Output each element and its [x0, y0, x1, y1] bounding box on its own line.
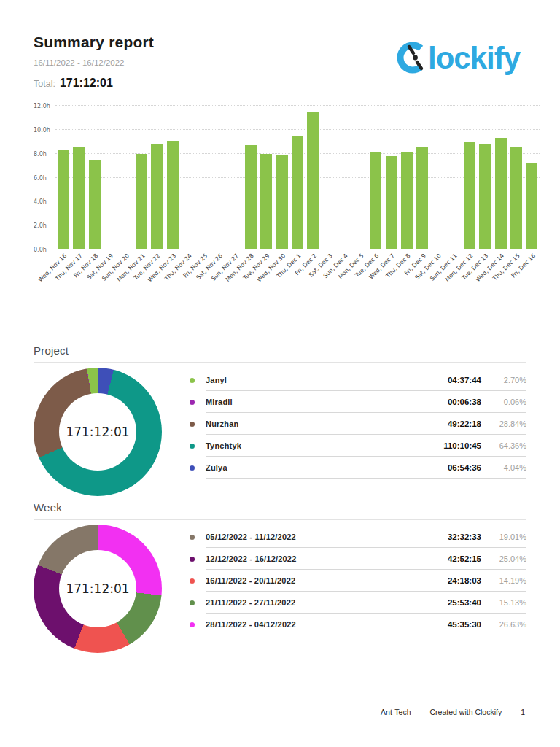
- legend-row: Miradil00:06:380.06%: [190, 391, 526, 413]
- summary-report-page: Summary report 16/11/2022 - 16/12/2022 T…: [0, 0, 560, 747]
- bar-column: [71, 106, 86, 249]
- project-section-body: 171:12:01 Janyl04:37:442.70%Miradil00:06…: [34, 368, 526, 500]
- bar: [526, 163, 537, 249]
- week-donut-chart: 171:12:01: [34, 525, 162, 653]
- legend-label: 12/12/2022 - 16/12/2022: [206, 554, 424, 563]
- bar-column: [180, 106, 195, 249]
- bar: [386, 156, 397, 249]
- week-donut-hole: 171:12:01: [59, 550, 136, 627]
- legend-percent-value: 28.84%: [481, 419, 526, 428]
- bar-column: [462, 106, 477, 249]
- week-section-body: 171:12:01 05/12/2022 - 11/12/202232:32:3…: [34, 525, 526, 657]
- bar: [479, 144, 491, 249]
- legend-color-dot-icon: [190, 465, 195, 471]
- bar-column: [274, 106, 289, 249]
- legend-time-value: 49:22:18: [424, 419, 481, 428]
- legend-label: 21/11/2022 - 27/11/2022: [206, 598, 424, 607]
- legend-percent-value: 26.63%: [481, 620, 526, 629]
- bar-column: [87, 106, 102, 249]
- bar-column: [399, 106, 414, 249]
- footer-workspace-name: Ant-Tech: [381, 708, 411, 716]
- project-heading: Project: [34, 344, 526, 363]
- week-legend: 05/12/2022 - 11/12/202232:32:3319.01%12/…: [190, 525, 526, 657]
- daily-hours-bar-chart: 0.0h2.0h4.0h6.0h8.0h10.0h12.0h Wed, Nov …: [34, 106, 540, 298]
- y-axis-tick-label: 4.0h: [34, 198, 47, 205]
- clockify-logo: lockify: [395, 36, 528, 79]
- page-footer: Ant-Tech Created with Clockify 1: [381, 708, 525, 716]
- legend-time-value: 25:53:40: [424, 598, 481, 607]
- legend-time-value: 110:10:45: [424, 441, 481, 450]
- legend-row: Tynchtyk110:10:4564.36%: [190, 435, 526, 457]
- legend-color-dot-icon: [190, 444, 195, 449]
- bar: [73, 147, 85, 249]
- project-section: Project 171:12:01 Janyl04:37:442.70%Mira…: [34, 344, 526, 500]
- bar-column: [211, 106, 227, 249]
- legend-color-dot-icon: [190, 622, 195, 627]
- week-donut-center-total: 171:12:01: [66, 581, 129, 596]
- legend-label: Zulya: [206, 463, 424, 472]
- y-axis-tick-label: 8.0h: [34, 151, 47, 158]
- legend-time-value: 06:54:36: [424, 463, 481, 472]
- x-axis-label-slot: Fri, Dec 16: [524, 249, 540, 298]
- clock-center-dot-icon: [413, 55, 418, 61]
- legend-row: 05/12/2022 - 11/12/202232:32:3319.01%: [190, 526, 526, 548]
- legend-percent-value: 25.04%: [481, 554, 526, 563]
- week-section: Week 171:12:01 05/12/2022 - 11/12/202232…: [34, 501, 526, 657]
- bar-column: [306, 106, 321, 249]
- legend-percent-value: 4.04%: [481, 463, 526, 472]
- legend-label: Nurzhan: [206, 419, 424, 428]
- legend-time-value: 42:52:15: [424, 554, 481, 563]
- legend-percent-value: 15.13%: [481, 598, 526, 607]
- legend-label: 05/12/2022 - 11/12/2022: [206, 533, 424, 541]
- bar: [464, 142, 475, 249]
- project-donut-chart: 171:12:01: [34, 368, 162, 496]
- legend-time-value: 00:06:38: [424, 398, 481, 406]
- bar: [245, 145, 257, 249]
- bar-column: [196, 106, 211, 249]
- bar-column: [118, 106, 133, 249]
- legend-row: 12/12/2022 - 16/12/202242:52:1525.04%: [190, 548, 526, 570]
- legend-color-dot-icon: [190, 557, 195, 562]
- footer-page-number: 1: [521, 708, 525, 716]
- legend-percent-value: 14.19%: [481, 576, 526, 585]
- project-legend: Janyl04:37:442.70%Miradil00:06:380.06%Nu…: [190, 368, 526, 500]
- legend-color-dot-icon: [190, 422, 195, 427]
- bar-column: [289, 106, 305, 249]
- legend-color-dot-icon: [190, 400, 195, 405]
- y-axis-tick-label: 2.0h: [34, 222, 47, 229]
- bar-chart-x-axis: Wed, Nov 16Thu, Nov 17Fri, Nov 18Sat, No…: [55, 249, 540, 298]
- legend-percent-value: 0.06%: [481, 398, 526, 406]
- report-header: Summary report 16/11/2022 - 16/12/2022 T…: [0, 0, 560, 90]
- bar: [401, 152, 413, 249]
- legend-color-dot-icon: [190, 600, 195, 605]
- total-value: 171:12:01: [60, 77, 113, 90]
- bar-column: [149, 106, 165, 249]
- bar: [495, 138, 507, 249]
- bar-column: [321, 106, 336, 249]
- bar-column: [102, 106, 117, 249]
- bar: [276, 155, 288, 249]
- total-label: Total:: [34, 79, 55, 89]
- legend-row: Nurzhan49:22:1828.84%: [190, 413, 526, 435]
- legend-label: Janyl: [206, 376, 424, 384]
- legend-time-value: 04:37:44: [424, 376, 481, 384]
- legend-label: Miradil: [206, 398, 424, 406]
- project-donut-center-total: 171:12:01: [66, 425, 129, 439]
- legend-time-value: 32:32:33: [424, 533, 481, 541]
- bar-column: [337, 106, 352, 249]
- bar-column: [165, 106, 180, 249]
- bar-column: [508, 106, 524, 249]
- legend-time-value: 24:18:03: [424, 576, 481, 585]
- bar: [370, 152, 381, 249]
- bar-column: [243, 106, 258, 249]
- bar-column: [493, 106, 508, 249]
- bar-column: [415, 106, 430, 249]
- bar-column: [524, 106, 540, 249]
- bar-column: [477, 106, 492, 249]
- bar-column: [368, 106, 383, 249]
- legend-percent-value: 64.36%: [481, 441, 526, 450]
- bar-column: [258, 106, 273, 249]
- bar: [151, 144, 163, 249]
- legend-percent-value: 2.70%: [481, 376, 526, 384]
- bar: [260, 154, 272, 249]
